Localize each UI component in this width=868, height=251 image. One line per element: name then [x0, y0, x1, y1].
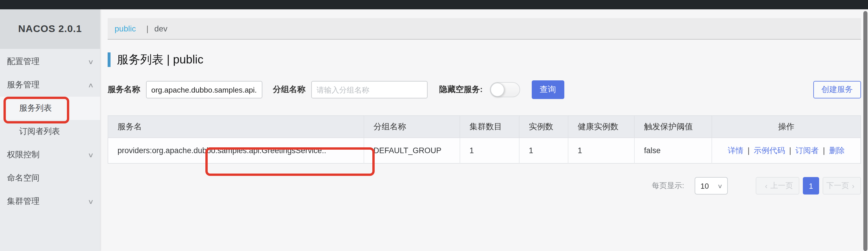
sidebar-item-namespace[interactable]: 命名空间 [0, 167, 100, 190]
search-toolbar: 服务名称 分组名称 隐藏空服务: 查询 创建服务 [107, 76, 861, 104]
prev-page-label: 上一页 [770, 180, 793, 191]
cell-healthy-instance-count: 1 [568, 138, 634, 163]
table-row: providers:org.apache.dubbo.samples.api.G… [108, 138, 861, 163]
sidebar-item-label: 订阅者列表 [19, 127, 60, 137]
service-name-input[interactable] [146, 81, 262, 99]
title-accent-bar [107, 52, 111, 67]
subscriber-link[interactable]: 订阅者 [795, 146, 819, 155]
column-header-instance-count: 实例数 [519, 116, 568, 138]
service-name-label: 服务名称 [107, 84, 140, 95]
chevron-down-icon: ∨ [88, 198, 94, 205]
sidebar-item-label: 权限控制 [7, 150, 39, 160]
sidebar-item-label: 命名空间 [7, 173, 39, 184]
action-divider: | [823, 146, 825, 155]
sidebar: NACOS 2.0.1 配置管理 ∨ 服务管理 ∧ 服务列表 订阅者列表 权限控… [0, 9, 100, 251]
vertical-scrollbar-thumb[interactable] [863, 11, 867, 251]
main-content: public | dev 服务列表 | public 服务名称 分组名称 隐藏空… [100, 9, 868, 251]
hide-empty-service-toggle[interactable] [490, 82, 520, 97]
column-header-healthy-instance-count: 健康实例数 [568, 116, 634, 138]
page-title: 服务列表 | public [117, 52, 203, 67]
column-header-cluster-count: 集群数目 [460, 116, 519, 138]
cell-service-name: providers:org.apache.dubbo.samples.api.G… [108, 138, 364, 163]
next-page-label: 下一页 [827, 180, 849, 191]
chevron-up-icon: ∧ [88, 82, 94, 88]
sidebar-item-service-management[interactable]: 服务管理 ∧ [0, 74, 100, 97]
sample-code-link[interactable]: 示例代码 [754, 146, 785, 155]
column-header-group-name: 分组名称 [364, 116, 460, 138]
cell-instance-count: 1 [519, 138, 568, 163]
page-size-label: 每页显示: [652, 180, 684, 191]
hide-empty-service-label: 隐藏空服务: [439, 84, 483, 95]
cell-group-name: DEFAULT_GROUP [364, 138, 460, 163]
sidebar-item-label: 配置管理 [7, 56, 39, 67]
page-title-text: 服务列表 [117, 53, 163, 66]
sidebar-item-label: 集群管理 [7, 196, 39, 207]
column-header-protect-threshold: 触发保护阈值 [634, 116, 712, 138]
column-header-operation: 操作 [712, 116, 861, 138]
action-divider: | [789, 146, 791, 155]
sidebar-item-label: 服务列表 [19, 103, 52, 114]
pagination: 每页显示: 10 ∨ ‹ 上一页 1 下一页 › [107, 177, 861, 195]
cell-protect-threshold: false [634, 138, 712, 163]
sidebar-item-service-list[interactable]: 服务列表 [0, 97, 100, 120]
chevron-down-icon: ∨ [717, 183, 722, 189]
create-service-button[interactable]: 创建服务 [813, 81, 861, 99]
column-header-service-name: 服务名 [108, 116, 364, 138]
toggle-knob [490, 83, 504, 97]
sidebar-item-label: 服务管理 [7, 80, 39, 90]
breadcrumb: public | dev [107, 18, 861, 39]
sidebar-item-permission-control[interactable]: 权限控制 ∨ [0, 143, 100, 167]
breadcrumb-namespace-public[interactable]: public [115, 24, 136, 33]
action-divider: | [748, 146, 750, 155]
chevron-down-icon: ∨ [88, 152, 94, 158]
app-window: NACOS 2.0.1 配置管理 ∨ 服务管理 ∧ 服务列表 订阅者列表 权限控… [0, 0, 868, 251]
next-page-button[interactable]: 下一页 › [823, 177, 861, 195]
breadcrumb-divider: | [146, 24, 148, 33]
service-table: 服务名 分组名称 集群数目 实例数 健康实例数 触发保护阈值 操作 provid… [107, 115, 861, 164]
page-title-divider: | [167, 53, 169, 66]
page-title-row: 服务列表 | public [107, 52, 861, 67]
app-logo: NACOS 2.0.1 [0, 9, 100, 49]
group-name-label: 分组名称 [273, 84, 305, 95]
cell-operations: 详情|示例代码|订阅者|删除 [712, 138, 861, 163]
sidebar-item-subscriber-list[interactable]: 订阅者列表 [0, 120, 100, 143]
current-page-button[interactable]: 1 [803, 177, 819, 195]
sidebar-item-config-management[interactable]: 配置管理 ∨ [0, 50, 100, 74]
query-button[interactable]: 查询 [531, 80, 564, 99]
group-name-input[interactable] [311, 81, 428, 99]
chevron-right-icon: › [852, 182, 855, 190]
page-title-namespace: public [173, 53, 204, 66]
sidebar-nav: 配置管理 ∨ 服务管理 ∧ 服务列表 订阅者列表 权限控制 ∨ 命名空间 集群管… [0, 49, 100, 213]
chevron-left-icon: ‹ [765, 182, 768, 190]
top-bar [0, 0, 868, 9]
page-size-select[interactable]: 10 ∨ [694, 177, 728, 195]
table-header-row: 服务名 分组名称 集群数目 实例数 健康实例数 触发保护阈值 操作 [108, 116, 861, 138]
cell-cluster-count: 1 [460, 138, 519, 163]
breadcrumb-namespace-dev[interactable]: dev [154, 24, 167, 33]
sidebar-item-cluster-management[interactable]: 集群管理 ∨ [0, 190, 100, 213]
chevron-down-icon: ∨ [88, 58, 94, 65]
prev-page-button[interactable]: ‹ 上一页 [756, 177, 799, 195]
delete-link[interactable]: 删除 [829, 146, 845, 155]
page-size-value: 10 [701, 182, 709, 190]
detail-link[interactable]: 详情 [728, 146, 744, 155]
